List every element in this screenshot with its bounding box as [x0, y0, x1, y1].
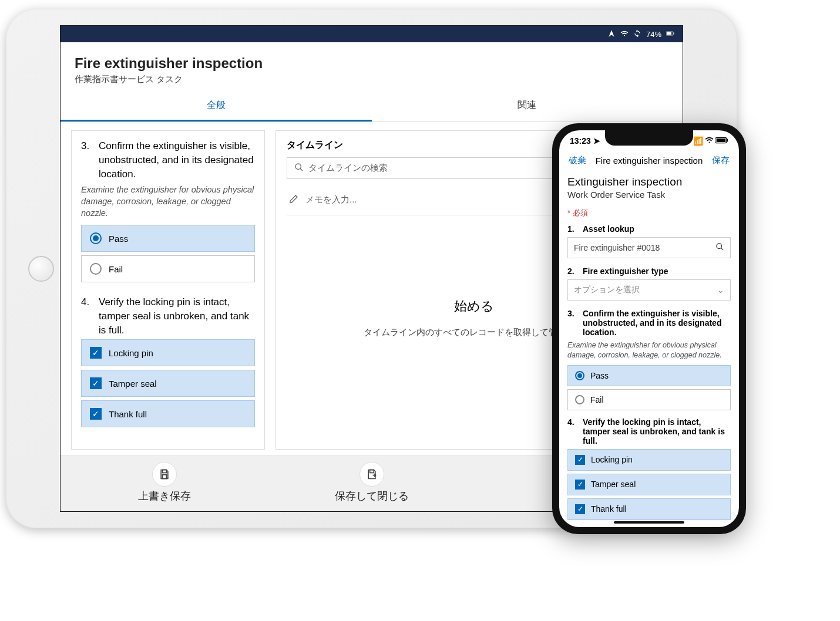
tab-general[interactable]: 全般 [61, 91, 372, 122]
q3-fail-label: Fail [109, 264, 123, 274]
save-icon [152, 462, 177, 487]
phone-screen: 13:23 ➤ 📶 破棄 Fire extinguisher inspectio… [559, 130, 739, 527]
tab-bar: 全般 関連 [61, 91, 683, 122]
asset-lookup-value: Fire extinguisher #0018 [574, 243, 660, 252]
q4-text: Verify the locking pin is intact, tamper… [583, 417, 731, 446]
page-subtitle: 作業指示書サービス タスク [75, 74, 668, 85]
q4-option-tank-full[interactable]: ✓ Thank full [81, 400, 255, 427]
checkbox-checked-icon: ✓ [90, 347, 102, 359]
save-close-icon [359, 462, 384, 487]
q3-pass-label: Pass [590, 371, 609, 380]
tablet-home-button[interactable] [28, 256, 54, 282]
svg-point-15 [717, 244, 722, 249]
svg-rect-14 [727, 139, 728, 142]
page-title: Fire extinguisher inspection [75, 55, 668, 72]
phone-nav-title: Fire extinguisher inspection [596, 156, 703, 166]
svg-point-3 [295, 164, 301, 169]
pencil-icon [289, 194, 298, 205]
q3-pass-label: Pass [109, 234, 128, 244]
q3-fail-label: Fail [590, 395, 604, 404]
q4-option-locking-pin[interactable]: ✓ Locking pin [81, 339, 255, 366]
q4-option-tank-full[interactable]: ✓ Thank full [567, 498, 731, 520]
q3-number: 3. [81, 139, 99, 181]
phone-nav-bar: 破棄 Fire extinguisher inspection 保存 [559, 151, 739, 170]
note-placeholder: メモを入力... [305, 194, 357, 205]
battery-text: 74% [646, 30, 661, 39]
phone-title: Extinguisher inspection [567, 176, 731, 188]
q4-opt2-label: Tamper seal [109, 379, 157, 389]
select-placeholder: オプションを選択 [574, 285, 640, 295]
q4-number: 4. [81, 295, 99, 337]
svg-line-4 [300, 168, 303, 171]
q4-opt1-label: Locking pin [591, 455, 633, 464]
q4-opt3-label: Thank full [109, 409, 147, 419]
q3-option-fail[interactable]: Fail [81, 255, 255, 282]
q4-text: Verify the locking pin is intact, tamper… [99, 295, 255, 337]
location-icon: ➤ [593, 136, 600, 146]
checkbox-checked-icon: ✓ [90, 377, 102, 389]
battery-icon [715, 136, 728, 146]
tab-related[interactable]: 関連 [372, 91, 683, 122]
svg-rect-7 [162, 470, 166, 473]
checkbox-checked-icon: ✓ [575, 504, 585, 514]
question-3: 3. Confirm the extinguisher is visible, … [81, 139, 255, 282]
q2-number: 2. [567, 266, 583, 276]
phone-form: Extinguisher inspection Work Order Servi… [559, 170, 739, 527]
q4-opt1-label: Locking pin [109, 348, 153, 358]
svg-line-16 [721, 248, 723, 250]
radio-selected-icon [575, 371, 584, 380]
asset-lookup-input[interactable]: Fire extinguisher #0018 [567, 237, 731, 258]
q1-number: 1. [567, 224, 583, 234]
q3-option-pass[interactable]: Pass [567, 365, 731, 386]
extinguisher-type-select[interactable]: オプションを選択 ⌄ [567, 279, 731, 301]
battery-icon [666, 29, 674, 39]
q3-number: 3. [567, 309, 583, 337]
q3-help: Examine the extinguisher for obvious phy… [81, 184, 255, 219]
inspection-panel: 3. Confirm the extinguisher is visible, … [71, 130, 265, 450]
tablet-status-bar: 74% [61, 26, 683, 42]
q3-option-fail[interactable]: Fail [567, 389, 731, 410]
svg-rect-8 [162, 475, 166, 479]
wifi-icon [620, 29, 629, 39]
q4-option-tamper-seal[interactable]: ✓ Tamper seal [81, 370, 255, 397]
checkbox-checked-icon: ✓ [575, 455, 585, 465]
phone-device: 13:23 ➤ 📶 破棄 Fire extinguisher inspectio… [552, 123, 746, 534]
svg-rect-2 [674, 32, 674, 34]
chevron-down-icon: ⌄ [717, 285, 724, 295]
sync-icon [633, 29, 641, 39]
save-close-button[interactable]: 保存して閉じる [268, 456, 475, 511]
location-icon [607, 29, 616, 39]
q1-label: Asset lookup [583, 224, 634, 234]
save-label: 上書き保存 [61, 489, 268, 503]
q4-opt2-label: Tamper seal [591, 480, 636, 489]
q4-option-tamper-seal[interactable]: ✓ Tamper seal [567, 474, 731, 495]
search-icon [715, 242, 724, 253]
timeline-search-placeholder: タイムラインの検索 [308, 163, 388, 174]
wifi-icon [705, 136, 714, 146]
home-indicator[interactable] [614, 521, 684, 524]
radio-selected-icon [90, 232, 102, 244]
checkbox-checked-icon: ✓ [575, 480, 585, 490]
q3-option-pass[interactable]: Pass [81, 225, 255, 252]
radio-icon [90, 263, 102, 275]
q3-text: Confirm the extinguisher is visible, uno… [583, 309, 731, 337]
svg-rect-1 [667, 32, 671, 35]
phone-subtitle: Work Order Service Task [567, 190, 731, 200]
q3-text: Confirm the extinguisher is visible, uno… [99, 139, 255, 181]
save-button[interactable]: 上書き保存 [61, 456, 268, 511]
discard-button[interactable]: 破棄 [569, 155, 586, 166]
page-header: Fire extinguisher inspection 作業指示書サービス タ… [61, 42, 683, 91]
q3-help: Examine the extinguisher for obvious phy… [567, 340, 731, 360]
checkbox-checked-icon: ✓ [90, 408, 102, 420]
q4-number: 4. [567, 417, 583, 446]
save-close-label: 保存して閉じる [268, 489, 475, 503]
q2-label: Fire extinguisher type [583, 266, 668, 276]
phone-time: 13:23 [570, 136, 591, 146]
svg-rect-13 [717, 139, 726, 142]
question-4: 4. Verify the locking pin is intact, tam… [81, 295, 255, 427]
save-button[interactable]: 保存 [712, 155, 730, 166]
q4-opt3-label: Thank full [591, 504, 627, 514]
q4-option-locking-pin[interactable]: ✓ Locking pin [567, 449, 731, 471]
svg-rect-9 [369, 470, 374, 473]
search-icon [294, 163, 304, 174]
